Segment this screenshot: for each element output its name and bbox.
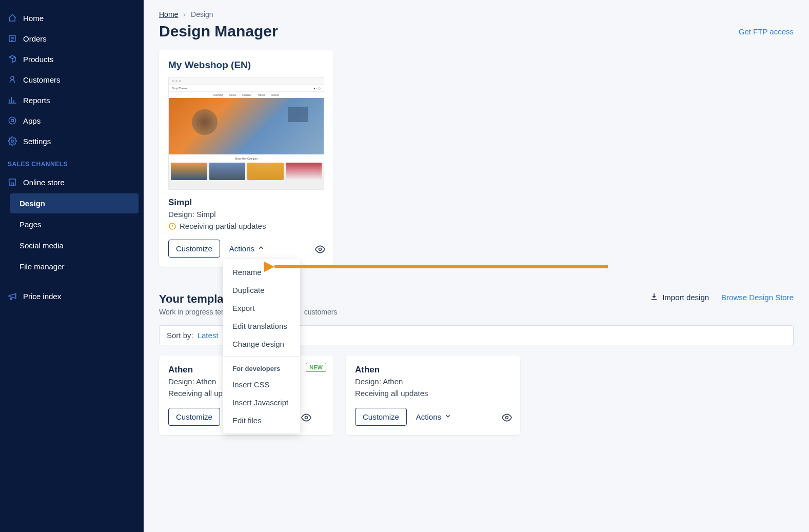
customize-button[interactable]: Customize [355, 408, 407, 426]
products-icon [8, 54, 17, 64]
nav-label: Customers [23, 75, 61, 84]
home-icon [8, 13, 17, 23]
svg-point-3 [11, 140, 14, 143]
section-sales-channels: SALES CHANNELS [0, 151, 144, 172]
settings-icon [8, 136, 17, 146]
customize-button[interactable]: Customize [168, 408, 220, 426]
action-duplicate[interactable]: Duplicate [223, 281, 300, 299]
page-title: Design Manager [159, 23, 278, 40]
nav-products[interactable]: Products [0, 49, 144, 69]
breadcrumb: Home › Design [159, 10, 794, 18]
template-search-input[interactable] [236, 325, 794, 345]
subnav-file-manager[interactable]: File manager [10, 257, 139, 277]
preview-icon[interactable] [315, 244, 324, 253]
orders-icon [8, 34, 17, 43]
nav-label: Online store [23, 178, 65, 187]
browse-design-store-link[interactable]: Browse Design Store [721, 293, 794, 302]
nav-orders[interactable]: Orders [0, 28, 144, 49]
nav-label: Price index [23, 292, 61, 301]
nav-label: Apps [23, 116, 41, 125]
design-label: Design: Simpl [168, 210, 324, 219]
template-card: Athen Design: Athen Receiving all update… [346, 356, 520, 435]
customize-button[interactable]: Customize [168, 240, 220, 258]
dropdown-dev-header: For developers [223, 360, 300, 376]
breadcrumb-current: Design [191, 10, 213, 18]
chevron-down-icon [444, 412, 451, 421]
template-status: Receiving all updates [355, 389, 511, 398]
webshop-title: My Webshop (EN) [168, 60, 324, 71]
svg-point-2 [9, 117, 16, 124]
action-export[interactable]: Export [223, 299, 300, 317]
actions-dropdown-menu: Rename Duplicate Export Edit translation… [223, 259, 300, 434]
action-edit-translations[interactable]: Edit translations [223, 317, 300, 335]
nav-online-store[interactable]: Online store [0, 172, 144, 192]
new-badge: NEW [306, 363, 326, 372]
nav-reports[interactable]: Reports [0, 90, 144, 110]
breadcrumb-home[interactable]: Home [159, 10, 178, 18]
sub-nav: Design Pages Social media File manager [0, 193, 144, 277]
nav-price-index[interactable]: Price index [0, 286, 144, 306]
store-icon [8, 178, 17, 187]
nav-label: Products [23, 55, 53, 64]
ftp-access-link[interactable]: Get FTP access [739, 27, 794, 36]
action-edit-files[interactable]: Edit files [223, 411, 300, 429]
chevron-right-icon: › [183, 10, 186, 18]
nav-customers[interactable]: Customers [0, 69, 144, 90]
nav-label: Settings [23, 137, 51, 146]
theme-preview: Simpl Theme■ ○ ▢ ClothingActiveOutdoorTr… [168, 77, 324, 190]
customers-icon [8, 75, 17, 84]
apps-icon [8, 116, 17, 125]
svg-point-7 [305, 416, 307, 419]
theme-name: Simpl [168, 198, 324, 208]
nav-label: Home [23, 14, 44, 23]
subnav-social-media[interactable]: Social media [10, 235, 139, 255]
template-name: Athen [355, 365, 511, 375]
svg-point-8 [506, 416, 508, 419]
subnav-pages[interactable]: Pages [10, 214, 139, 234]
actions-dropdown-toggle[interactable]: Actions [229, 244, 265, 253]
reports-icon [8, 95, 17, 105]
svg-point-5 [319, 248, 322, 250]
main-content: Home › Design Design Manager Get FTP acc… [144, 0, 809, 532]
svg-point-1 [11, 76, 14, 80]
warning-icon [168, 222, 176, 230]
chevron-up-icon [258, 244, 265, 253]
preview-icon[interactable] [502, 412, 511, 422]
preview-icon[interactable] [301, 412, 310, 422]
nav-label: Orders [23, 34, 47, 43]
import-design-button[interactable]: Import design [650, 292, 709, 302]
download-icon [650, 292, 658, 302]
update-status: Receiving partial updates [168, 222, 324, 230]
nav-settings[interactable]: Settings [0, 131, 144, 151]
active-design-card: My Webshop (EN) Simpl Theme■ ○ ▢ Clothin… [159, 50, 333, 267]
action-insert-js[interactable]: Insert Javascript [223, 393, 300, 411]
nav-home[interactable]: Home [0, 8, 144, 28]
subnav-design[interactable]: Design [10, 193, 139, 213]
action-change-design[interactable]: Change design [223, 335, 300, 353]
action-rename[interactable]: Rename [223, 263, 300, 281]
template-design-label: Design: Athen [355, 377, 511, 386]
sidebar: Home Orders Products Customers Reports A… [0, 0, 144, 532]
actions-dropdown-toggle[interactable]: Actions [416, 412, 451, 421]
megaphone-icon [8, 291, 17, 301]
sort-dropdown[interactable]: Sort by: Latest [159, 325, 226, 345]
nav-label: Reports [23, 96, 50, 105]
action-insert-css[interactable]: Insert CSS [223, 376, 300, 393]
nav-apps[interactable]: Apps [0, 110, 144, 131]
